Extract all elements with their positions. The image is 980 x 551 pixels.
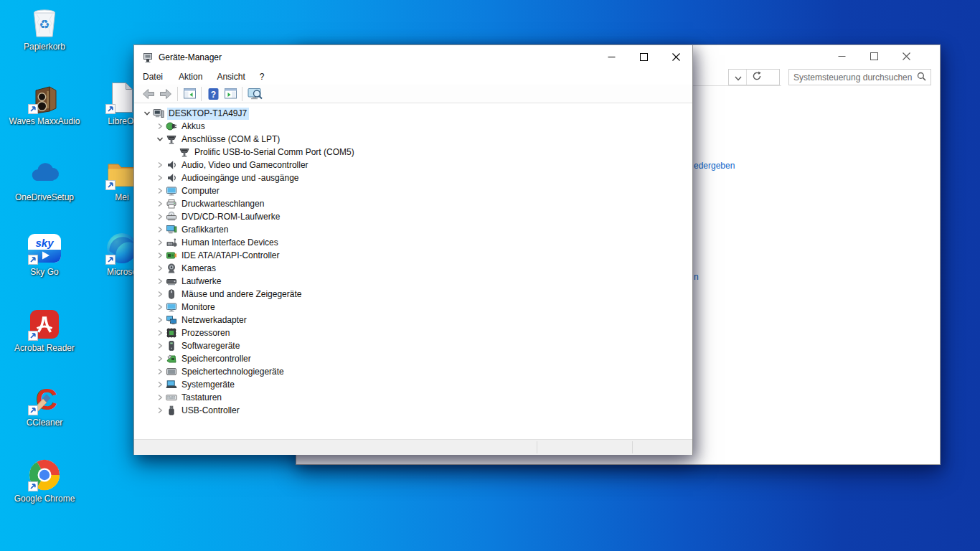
close-button[interactable] bbox=[660, 47, 692, 68]
tree-item-label[interactable]: Grafikkarten bbox=[180, 224, 230, 236]
menu-item-ansicht[interactable]: Ansicht bbox=[209, 70, 252, 85]
chevron-down-icon[interactable] bbox=[154, 133, 166, 145]
chevron-right-icon[interactable] bbox=[154, 314, 166, 326]
tree-item-label[interactable]: Akkus bbox=[180, 121, 207, 133]
tree-item-label[interactable]: Speichercontroller bbox=[180, 353, 253, 365]
properties-icon[interactable] bbox=[222, 86, 239, 102]
menu-item-hilfe[interactable]: ? bbox=[253, 70, 272, 85]
desktop-icon-waves-maxxaudio[interactable]: Waves MaxxAudio bbox=[9, 80, 80, 126]
tree-item-label[interactable]: DVD/CD-ROM-Laufwerke bbox=[180, 211, 282, 223]
back-arrow-icon[interactable] bbox=[140, 86, 157, 102]
tree-item[interactable]: Systemgeräte bbox=[139, 378, 692, 391]
chevron-right-icon[interactable] bbox=[154, 224, 166, 235]
chevron-right-icon[interactable] bbox=[154, 288, 166, 300]
chevron-right-icon[interactable] bbox=[154, 327, 166, 339]
tree-item-label[interactable]: Prolific USB-to-Serial Comm Port (COM5) bbox=[193, 146, 357, 159]
tree-item-label[interactable]: Human Interface Devices bbox=[180, 237, 281, 249]
link-fragment[interactable]: n bbox=[694, 272, 699, 282]
desktop-icon-sky-go[interactable]: sky Sky Go bbox=[9, 231, 80, 277]
help-icon[interactable]: ? bbox=[204, 86, 222, 102]
tree-item[interactable]: Mäuse und andere Zeigegeräte bbox=[139, 288, 692, 301]
maximize-button[interactable] bbox=[858, 45, 890, 67]
tree-item[interactable]: Speichercontroller bbox=[139, 352, 692, 365]
tree-item[interactable]: Akkus bbox=[139, 120, 692, 133]
chevron-right-icon[interactable] bbox=[154, 405, 166, 416]
chevron-right-icon[interactable] bbox=[154, 237, 166, 248]
refresh-icon[interactable] bbox=[752, 71, 762, 84]
desktop-icon-papierkorb[interactable]: ♻Papierkorb bbox=[9, 6, 80, 52]
chevron-right-icon[interactable] bbox=[154, 159, 166, 171]
show-console-tree-icon[interactable] bbox=[181, 86, 198, 102]
tree-item[interactable]: Prozessoren bbox=[139, 326, 692, 339]
maximize-button[interactable] bbox=[628, 47, 660, 68]
desktop-icon-acrobat-reader[interactable]: Acrobat Reader bbox=[9, 307, 80, 353]
tree-item-label[interactable]: Kameras bbox=[180, 263, 218, 275]
minimize-button[interactable] bbox=[595, 47, 628, 68]
tree-item-label[interactable]: Tastaturen bbox=[180, 392, 224, 404]
forward-arrow-icon[interactable] bbox=[157, 86, 174, 102]
chevron-down-icon[interactable] bbox=[141, 108, 153, 119]
desktop-icon-onedrivesetup[interactable]: OneDriveSetup bbox=[9, 156, 80, 202]
tree-item[interactable]: DESKTOP-T1A49J7 bbox=[139, 107, 692, 120]
tree-item[interactable]: Computer bbox=[139, 184, 692, 197]
scan-hardware-icon[interactable] bbox=[245, 86, 265, 102]
chevron-right-icon[interactable] bbox=[154, 121, 166, 132]
tree-item-label[interactable]: USB-Controller bbox=[180, 405, 242, 417]
tree-item-label[interactable]: Netzwerkadapter bbox=[180, 314, 249, 326]
chevron-right-icon[interactable] bbox=[154, 340, 166, 352]
tree-item[interactable]: Human Interface Devices bbox=[139, 236, 692, 249]
tree-item[interactable]: Grafikkarten bbox=[139, 223, 692, 236]
desktop-icon-ccleaner[interactable]: C CCleaner bbox=[9, 382, 80, 428]
search-box[interactable]: Systemsteuerung durchsuchen bbox=[788, 69, 931, 85]
chevron-right-icon[interactable] bbox=[154, 353, 166, 364]
tree-item[interactable]: Prolific USB-to-Serial Comm Port (COM5) bbox=[139, 146, 692, 159]
tree-item-label[interactable]: Speichertechnologiegeräte bbox=[180, 366, 286, 378]
close-button[interactable] bbox=[890, 45, 923, 67]
tree-item-label[interactable]: Computer bbox=[180, 185, 222, 197]
tree-item-label[interactable]: Druckwarteschlangen bbox=[180, 198, 266, 210]
tree-item[interactable]: Audioeingänge und -ausgänge bbox=[139, 171, 692, 184]
tree-item[interactable]: Tastaturen bbox=[139, 391, 692, 404]
tree-item[interactable]: Anschlüsse (COM & LPT) bbox=[139, 133, 692, 146]
chevron-right-icon[interactable] bbox=[154, 392, 166, 403]
link-fragment[interactable]: edergeben bbox=[694, 161, 735, 171]
tree-item-label[interactable]: Laufwerke bbox=[180, 276, 223, 288]
tree-item[interactable]: Softwaregeräte bbox=[139, 339, 692, 352]
chevron-right-icon[interactable] bbox=[154, 198, 166, 209]
chevron-right-icon[interactable] bbox=[154, 276, 166, 287]
tree-item[interactable]: Netzwerkadapter bbox=[139, 314, 692, 326]
tree-item-label[interactable]: DESKTOP-T1A49J7 bbox=[167, 108, 249, 120]
tree-item-label[interactable]: Mäuse und andere Zeigegeräte bbox=[180, 288, 303, 301]
chevron-right-icon[interactable] bbox=[154, 366, 166, 377]
tree-item-label[interactable]: IDE ATA/ATAPI-Controller bbox=[180, 250, 281, 262]
chevron-right-icon[interactable] bbox=[154, 185, 166, 197]
tree-item[interactable]: Kameras bbox=[139, 262, 692, 275]
tree-item-label[interactable]: Anschlüsse (COM & LPT) bbox=[180, 133, 282, 146]
desktop-icon-google-chrome[interactable]: Google Chrome bbox=[9, 458, 80, 504]
tree-item-label[interactable]: Audioeingänge und -ausgänge bbox=[180, 172, 301, 184]
minimize-button[interactable] bbox=[826, 45, 858, 67]
tree-item[interactable]: DVD/CD-ROM-Laufwerke bbox=[139, 210, 692, 223]
tree-item[interactable]: Monitore bbox=[139, 301, 692, 314]
tree-item-label[interactable]: Audio, Video und Gamecontroller bbox=[180, 159, 311, 171]
chevron-right-icon[interactable] bbox=[154, 301, 166, 313]
tree-item[interactable]: Laufwerke bbox=[139, 275, 692, 288]
chevron-right-icon[interactable] bbox=[154, 379, 166, 390]
menu-item-datei[interactable]: Datei bbox=[143, 70, 171, 85]
tree-item-label[interactable]: Monitore bbox=[180, 301, 217, 314]
tree-item-label[interactable]: Softwaregeräte bbox=[180, 340, 242, 352]
chevron-right-icon[interactable] bbox=[154, 250, 166, 261]
tree-item-label[interactable]: Prozessoren bbox=[180, 327, 232, 339]
chevron-right-icon[interactable] bbox=[154, 211, 166, 222]
chevron-right-icon[interactable] bbox=[154, 263, 166, 274]
tree-item[interactable]: USB-Controller bbox=[139, 404, 692, 417]
search-icon[interactable] bbox=[917, 71, 926, 84]
chevron-down-icon[interactable] bbox=[735, 71, 742, 84]
tree-item[interactable]: Audio, Video und Gamecontroller bbox=[139, 159, 692, 171]
tree-item[interactable]: Speichertechnologiegeräte bbox=[139, 365, 692, 378]
tree-item-label[interactable]: Systemgeräte bbox=[180, 379, 237, 391]
tree-item[interactable]: IDE ATA/ATAPI-Controller bbox=[139, 249, 692, 262]
tree-item[interactable]: Druckwarteschlangen bbox=[139, 197, 692, 210]
menu-item-aktion[interactable]: Aktion bbox=[171, 70, 209, 85]
chevron-right-icon[interactable] bbox=[154, 172, 166, 184]
